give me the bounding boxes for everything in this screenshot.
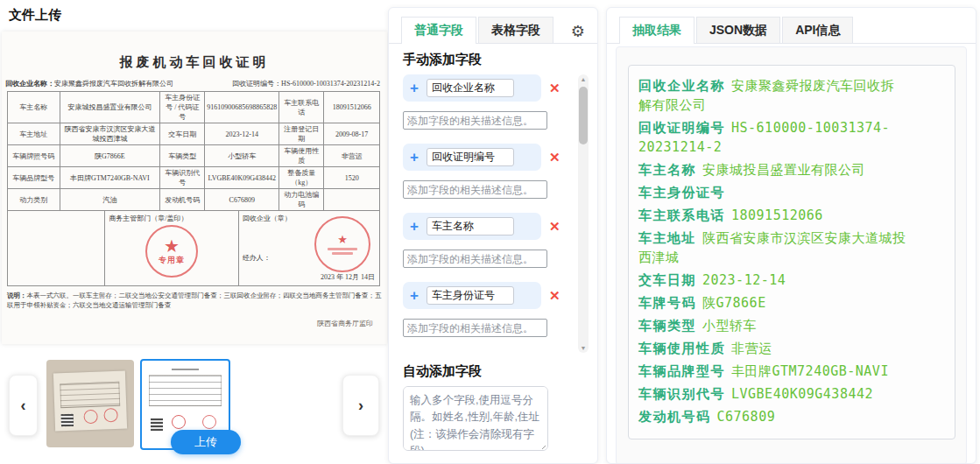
fields-scrollbar[interactable]: ▲ ▼ <box>578 74 589 353</box>
results-tab[interactable]: 抽取结果 <box>619 17 694 43</box>
field-name-input[interactable] <box>427 79 514 97</box>
remove-field-icon[interactable]: ✕ <box>549 151 561 164</box>
result-label: 车主名称 <box>638 162 696 177</box>
result-label: 车辆类型 <box>638 318 696 333</box>
remove-field-icon[interactable]: ✕ <box>549 81 561 95</box>
thumbnail-photo-doc <box>53 371 127 432</box>
result-label: 车辆使用性质 <box>638 341 725 355</box>
results-panel: 抽取结果 JSON数据 API信息 回收企业名称安康聚鑫舜报废汽车回收拆解有 <box>606 7 976 464</box>
result-item: 车辆使用性质非营运 <box>638 339 907 358</box>
field-name-input[interactable] <box>427 217 514 236</box>
result-value: C676809 <box>717 409 776 425</box>
chevron-left-icon: ‹ <box>21 397 26 415</box>
doc-company-line: 回收企业名称：安康聚鑫舜报废汽车回收拆解有限公司 <box>5 79 173 88</box>
add-field-icon[interactable]: + <box>410 81 419 95</box>
field-desc-input[interactable] <box>403 111 547 130</box>
fields-tab[interactable]: 普通字段 <box>401 17 476 43</box>
add-field-icon[interactable]: + <box>410 219 419 234</box>
doc-stamp-company-cell: 回收企业（章） ★ 经办人： 2023 年 12月 14日 <box>238 211 379 285</box>
result-item: 发动机号码C676809 <box>638 407 907 426</box>
result-item: 车辆类型小型轿车 <box>638 316 907 335</box>
field-name-input[interactable] <box>427 286 514 305</box>
seal-blurred-text <box>332 252 353 255</box>
field-desc-input[interactable] <box>403 319 547 337</box>
doc-footer-seal-text: 陕西省商务厅监印 <box>2 319 373 328</box>
result-item: 回收企业名称安康聚鑫舜报废汽车回收拆解有限公司 <box>638 76 907 115</box>
field-list: + ✕ + ✕ <box>403 74 569 337</box>
extraction-results-box: 回收企业名称安康聚鑫舜报废汽车回收拆解有限公司 回收证明编号HS-610000-… <box>628 65 955 439</box>
fields-tab[interactable]: 表格字段 <box>478 17 553 43</box>
doc-note: 说明：本表一式六联。一联车主留存；二联交当地公安交通管理部门备查；三联回收企业留… <box>7 291 382 311</box>
result-item: 车主地址陕西省安康市汉滨区安康大道城投西津城 <box>638 228 907 267</box>
fields-panel: 普通字段 表格字段 ⚙ 手动添加字段 + <box>388 7 598 464</box>
mini-qr-icon <box>151 418 163 431</box>
remove-field-icon[interactable]: ✕ <box>549 220 561 233</box>
upload-button[interactable]: 上传 <box>171 430 241 454</box>
field-desc-input[interactable] <box>403 180 547 199</box>
settings-gear-icon[interactable]: ⚙ <box>568 24 585 43</box>
result-label: 交车日期 <box>638 272 696 287</box>
result-label: 车辆品牌型号 <box>638 363 725 378</box>
result-label: 车主联系电话 <box>638 207 725 222</box>
doc-table-row: 车主名称 安康城投昌盛置业有限公司 车主身份证号 / 代码证号 91610900… <box>8 92 380 123</box>
chevron-right-icon: › <box>358 397 363 415</box>
next-page-button[interactable]: › <box>342 375 379 436</box>
doc-title: 报废机动车回收证明 <box>2 54 387 71</box>
add-field-icon[interactable]: + <box>410 150 419 165</box>
document-preview: 报废机动车回收证明 回收企业名称：安康聚鑫舜报废汽车回收拆解有限公司 回收证明编… <box>2 32 387 344</box>
remove-field-icon[interactable]: ✕ <box>549 289 561 302</box>
result-value: 丰田牌GTM7240GB-NAVI <box>731 363 889 379</box>
results-tab[interactable]: API信息 <box>782 17 853 43</box>
app-root: 文件上传 报废机动车回收证明 回收企业名称：安康聚鑫舜报废汽车回收拆解有限公司 … <box>0 0 980 464</box>
company-stamp-label: 回收企业（章） <box>243 214 292 223</box>
field-group: + ✕ <box>403 144 569 199</box>
result-item: 车辆识别代号LVGBE40K09G438442 <box>638 384 907 404</box>
prev-page-button[interactable]: ‹ <box>9 375 38 436</box>
result-item: 车牌号码陕G7866E <box>638 293 907 313</box>
doc-date: 2023 年 12月 14日 <box>321 272 375 282</box>
add-field-icon[interactable]: + <box>410 288 419 303</box>
doc-stamp-section: 商务主管部门（章/盖印） ★ 专用章 回收企业（章） ★ 经办人： 2023 年… <box>7 211 380 286</box>
doc-header: 回收企业名称：安康聚鑫舜报废汽车回收拆解有限公司 回收证明编号：HS-61000… <box>5 79 380 88</box>
result-value: 陕G7866E <box>702 295 766 311</box>
thumbnail-photo[interactable] <box>46 360 134 447</box>
field-name-input[interactable] <box>427 148 514 166</box>
result-item: 车主身份证号 <box>638 183 907 202</box>
results-tab[interactable]: JSON数据 <box>696 17 780 43</box>
mini-seal-icon <box>103 408 118 423</box>
scroll-up-icon[interactable]: ▲ <box>578 76 589 82</box>
result-label: 车主身份证号 <box>638 185 725 200</box>
company-seal: ★ <box>314 216 370 272</box>
result-label: 车牌号码 <box>638 295 696 310</box>
scrollbar-thumb[interactable] <box>579 87 588 144</box>
result-label: 回收证明编号 <box>638 120 725 135</box>
doc-table-row: 动力类别 汽油 发动机号码 C676809 动力电池编码 <box>8 189 380 211</box>
field-desc-input[interactable] <box>403 250 547 268</box>
thumbnail-lines <box>149 375 222 406</box>
thumbnail-title-line <box>172 369 200 370</box>
result-label: 车主地址 <box>638 230 696 245</box>
seal-star-icon: ★ <box>337 234 348 246</box>
result-label: 车辆识别代号 <box>638 386 725 401</box>
results-tab-bar: 抽取结果 JSON数据 API信息 <box>607 8 976 44</box>
scroll-down-icon[interactable]: ▼ <box>578 345 589 351</box>
result-value: 小型轿车 <box>702 318 757 334</box>
field-box: + <box>403 144 541 171</box>
field-box: + <box>403 213 541 240</box>
seal-text: 专用章 <box>159 255 185 266</box>
auto-fields-textarea[interactable] <box>403 386 548 451</box>
result-item: 回收证明编号HS-610000-10031374-20231214-2 <box>638 118 907 157</box>
thumbnail-carousel: ‹ 上传 › <box>0 354 388 464</box>
mini-seal-icon <box>172 415 186 429</box>
result-value: LVGBE40K09G438442 <box>731 386 873 402</box>
field-group: + ✕ <box>403 213 569 268</box>
operator-label: 经办人： <box>243 253 271 263</box>
result-value: 安康城投昌盛置业有限公司 <box>702 162 865 178</box>
result-item: 交车日期2023-12-14 <box>638 271 907 290</box>
page-title: 文件上传 <box>9 7 61 24</box>
manual-fields-scroll-area: + ✕ + ✕ <box>403 74 589 353</box>
result-label: 发动机号码 <box>638 409 711 424</box>
result-value: 非营运 <box>731 341 772 356</box>
field-group: + ✕ <box>403 74 569 130</box>
doc-stamp-empty-cell <box>8 211 104 285</box>
